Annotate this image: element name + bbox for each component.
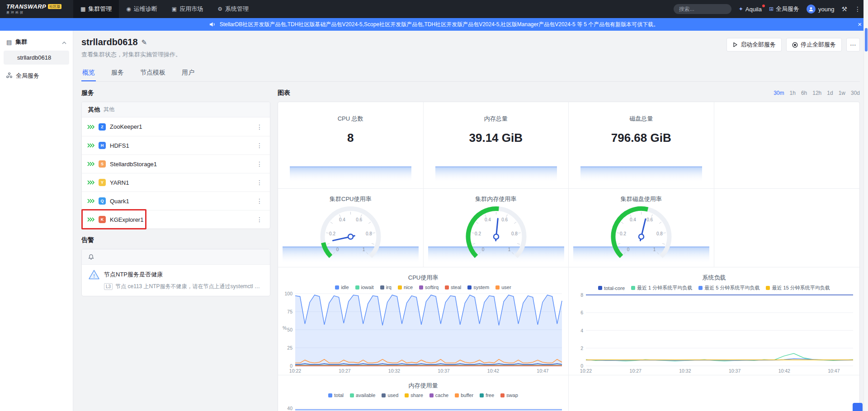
- legend-item-system[interactable]: system: [467, 285, 489, 290]
- legend-item-cache[interactable]: cache: [429, 392, 448, 398]
- more-actions-button[interactable]: ⋯: [846, 38, 860, 51]
- legend-item-最近 5 分钟系统平均负载[interactable]: 最近 5 分钟系统平均负载: [698, 285, 760, 291]
- legend-item-total[interactable]: total: [328, 392, 344, 398]
- sidebar-global-label: 全局服务: [16, 72, 39, 80]
- legend-marker: [500, 393, 505, 397]
- service-row-KGExplorer1[interactable]: KKGExplorer1⋮: [82, 210, 270, 229]
- legend-marker: [429, 393, 434, 397]
- range-12h[interactable]: 12h: [812, 90, 821, 96]
- legend-label: system: [473, 285, 489, 290]
- tab-overview[interactable]: 概览: [81, 65, 96, 81]
- service-name: ZooKeeper1: [110, 123, 142, 130]
- service-icon: H: [99, 142, 106, 149]
- legend-label: 最近 5 分钟系统平均负载: [704, 285, 760, 291]
- start-all-services-button[interactable]: 启动全部服务: [726, 38, 782, 51]
- svg-text:0.4: 0.4: [630, 217, 636, 222]
- stat-value: 796.68 GiB: [611, 131, 671, 145]
- legend-item-steal[interactable]: steal: [445, 285, 461, 290]
- svg-text:10:32: 10:32: [388, 368, 400, 374]
- svg-text:0.6: 0.6: [356, 217, 362, 222]
- edit-icon[interactable]: ✎: [142, 38, 147, 47]
- legend-item-share[interactable]: share: [405, 392, 423, 398]
- search-input[interactable]: [674, 4, 731, 14]
- legend-marker: [698, 286, 703, 290]
- legend-item-total-core[interactable]: total-core: [598, 285, 625, 291]
- stop-all-services-button[interactable]: 停止全部服务: [786, 38, 842, 51]
- legend-item-irq[interactable]: irq: [380, 285, 392, 290]
- speaker-icon: [209, 22, 216, 27]
- username-label: young: [818, 6, 834, 13]
- floating-widget-button[interactable]: [853, 403, 863, 411]
- sidebar-item-cluster[interactable]: strllardb0618: [4, 51, 69, 65]
- service-row-HDFS1[interactable]: HHDFS1⋮: [82, 136, 270, 154]
- legend-item-user[interactable]: user: [495, 285, 511, 290]
- service-row-YARN1[interactable]: YYARN1⋮: [82, 173, 270, 191]
- legend-item-nice[interactable]: nice: [398, 285, 413, 290]
- service-menu-icon[interactable]: ⋮: [255, 216, 264, 223]
- range-1d[interactable]: 1d: [827, 90, 833, 96]
- more-menu-icon[interactable]: ⋮: [854, 5, 861, 13]
- memory-usage-legend: totalavailableusedsharecachebufferfreesw…: [328, 392, 518, 398]
- legend-marker: [328, 393, 332, 397]
- legend-label: nice: [404, 285, 413, 290]
- tools-icon[interactable]: ⚒: [841, 5, 847, 13]
- tab-node-templates[interactable]: 节点模板: [139, 65, 166, 81]
- legend-item-iowait[interactable]: iowait: [355, 285, 374, 290]
- scrollbar-thumb[interactable]: [865, 28, 868, 51]
- legend-marker: [355, 285, 359, 290]
- memory-total-trend-chart: [435, 160, 557, 182]
- main-content: strllardb0618 ✎ 查看集群状态，对集群实施管理操作。 启动全部服务…: [73, 31, 868, 411]
- logo-edition-badge: 社区版: [48, 4, 61, 9]
- cpu-usage-gauge[interactable]: 00.20.40.60.81: [278, 203, 423, 263]
- service-menu-icon[interactable]: ⋮: [255, 142, 264, 149]
- disk-usage-gauge[interactable]: 00.20.40.60.81: [569, 203, 714, 263]
- system-load-chart[interactable]: 0246810:2210:2710:3210:3710:4210:47: [569, 291, 859, 375]
- service-row-StellardbStorage1[interactable]: SStellardbStorage1⋮: [82, 154, 270, 173]
- sidebar-item-global-services[interactable]: 全局服务: [0, 67, 73, 84]
- service-menu-icon[interactable]: ⋮: [255, 160, 264, 168]
- range-30d[interactable]: 30d: [851, 90, 860, 96]
- health-chevrons-icon: [87, 199, 94, 203]
- service-menu-icon[interactable]: ⋮: [255, 197, 264, 205]
- memory-usage-chart[interactable]: 01020304010:2210:2710:3210:3710:4210:47: [278, 398, 568, 411]
- sidebar-group-cluster[interactable]: ▤ 集群: [0, 34, 73, 50]
- aquila-menu[interactable]: ✦ Aquila: [739, 6, 762, 13]
- service-row-ZooKeeper1[interactable]: ZZooKeeper1⋮: [82, 117, 270, 136]
- legend-item-softirq[interactable]: softirq: [419, 285, 439, 290]
- tab-services[interactable]: 服务: [110, 65, 125, 81]
- range-1h[interactable]: 1h: [790, 90, 796, 96]
- legend-item-最近 1 分钟系统平均负载[interactable]: 最近 1 分钟系统平均负载: [631, 285, 692, 291]
- logo-title: TRANSWARP: [6, 3, 46, 10]
- global-services-menu[interactable]: ⊞ 全局服务: [769, 5, 799, 13]
- svg-text:10:27: 10:27: [630, 368, 642, 374]
- nav-item-system-management[interactable]: ⚙ 系统管理: [210, 0, 256, 18]
- service-menu-icon[interactable]: ⋮: [255, 179, 264, 186]
- range-6h[interactable]: 6h: [801, 90, 807, 96]
- nav-item-ops-diagnosis[interactable]: ◉ 运维诊断: [119, 0, 164, 18]
- tab-users[interactable]: 用户: [181, 65, 195, 81]
- legend-label: swap: [506, 392, 518, 398]
- service-row-Quark1[interactable]: QQuark1⋮: [82, 191, 270, 210]
- alert-item[interactable]: ! 节点NTP服务是否健康 L3 节点 ce113 上NTP服务不健康，请在节点…: [82, 265, 270, 296]
- banner-close-icon[interactable]: ×: [858, 18, 862, 31]
- range-1w[interactable]: 1w: [839, 90, 845, 96]
- nav-item-cluster-management[interactable]: ▦ 集群管理: [73, 0, 119, 18]
- legend-item-最近 15 分钟系统平均负载[interactable]: 最近 15 分钟系统平均负载: [766, 285, 830, 291]
- cpu-usage-chart[interactable]: 0255075100%10:2210:2710:3210:3710:4210:4…: [278, 290, 568, 375]
- stat-title: CPU 总数: [338, 115, 363, 123]
- legend-item-buffer[interactable]: buffer: [455, 392, 473, 398]
- legend-item-idle[interactable]: idle: [335, 285, 349, 290]
- legend-item-free[interactable]: free: [480, 392, 494, 398]
- legend-item-swap[interactable]: swap: [500, 392, 518, 398]
- legend-item-available[interactable]: available: [350, 392, 375, 398]
- svg-text:!: !: [93, 273, 95, 279]
- memory-usage-gauge[interactable]: 00.20.40.60.81: [424, 203, 569, 263]
- system-load-legend: total-core最近 1 分钟系统平均负载最近 5 分钟系统平均负载最近 1…: [598, 285, 830, 291]
- legend-item-used[interactable]: used: [382, 392, 398, 398]
- nav-item-app-market[interactable]: ▣ 应用市场: [165, 0, 210, 18]
- range-30m[interactable]: 30m: [774, 90, 784, 96]
- transwarp-logo[interactable]: TRANSWARP 社区版 星环科技: [0, 3, 73, 15]
- legend-label: used: [387, 392, 398, 398]
- service-menu-icon[interactable]: ⋮: [255, 123, 264, 131]
- user-menu[interactable]: young: [807, 5, 834, 14]
